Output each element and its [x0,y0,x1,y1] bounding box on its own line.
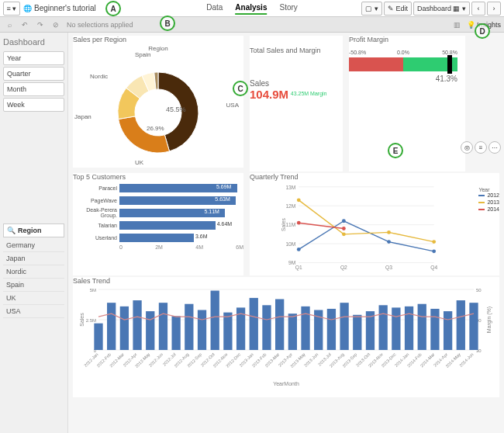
app-title: 🌐 Beginner's tutorial [23,4,96,12]
svg-point-21 [387,230,391,234]
svg-rect-46 [223,313,232,350]
kpi-sales-label: Sales [250,79,343,88]
lbl-usa: USA [226,102,239,109]
svg-point-20 [342,232,346,236]
profit-value: 41.3% [349,74,457,83]
smart-search-icon[interactable]: ⌕ [3,19,16,31]
svg-rect-48 [250,298,258,350]
tab-analysis[interactable]: Analysis [235,3,267,15]
explore-icon[interactable]: ≡ [475,141,487,154]
bookmarks-button[interactable]: ▢ ▾ [361,2,382,16]
svg-rect-64 [457,300,465,350]
lbl-nordic: Nordic [90,73,108,80]
svg-point-18 [432,249,436,253]
svg-rect-39 [133,300,141,350]
svg-text:13M: 13M [285,185,295,190]
step-back-icon[interactable]: ↶ [19,19,31,31]
pct-usa: 45.5% [166,106,186,113]
tab-data[interactable]: Data [206,3,223,15]
kpi-title: Total Sales and Margin [250,47,343,54]
svg-rect-49 [262,305,271,350]
filter-week[interactable]: Week [3,98,64,112]
region-spain[interactable]: Spain [3,279,64,292]
legend-title: Region [73,45,243,52]
svg-text:10M: 10M [285,241,295,247]
region-uk[interactable]: UK [3,292,64,305]
region-nordic[interactable]: Nordic [3,265,64,279]
callout-d: D [475,23,490,39]
svg-text:2013-Jun: 2013-Jun [303,352,319,367]
prev-sheet-button[interactable]: ‹ [471,2,485,16]
region-filter-header[interactable]: 🔍 Region [3,223,64,237]
chart-profit-margin[interactable]: Profit Margin -50.8% 0.0% 50.8% 41.3% ◎ … [349,36,465,171]
svg-rect-61 [418,304,426,350]
svg-rect-38 [120,307,129,350]
svg-point-22 [432,240,436,244]
svg-rect-52 [301,307,309,350]
svg-rect-54 [327,309,336,350]
svg-rect-40 [146,311,154,350]
callout-a: A [105,1,121,16]
kpi-margin-value: 43.25M Margin [291,91,327,96]
svg-rect-45 [211,291,219,350]
more-icon[interactable]: ⋯ [488,141,501,154]
svg-text:Sales: Sales [79,313,85,327]
svg-rect-41 [159,303,167,350]
chart-quarterly-trend[interactable]: Quarterly Trend 9M10M11M12M13MQ1Q2Q3Q4Sa… [250,173,499,275]
chart-top5-customers[interactable]: Top 5 Customers Paracel 5.69MPageWave 5.… [73,173,243,275]
region-germany[interactable]: Germany [3,239,64,252]
top5-name: Deak-Perera Group. [73,207,119,218]
filter-month[interactable]: Month [3,82,64,96]
profit-bar: -50.8% 0.0% 50.8% [349,57,457,71]
svg-text:Margin (%): Margin (%) [486,307,492,333]
svg-rect-58 [379,305,388,350]
svg-text:5M: 5M [90,288,96,293]
sales-trend-title: Sales Trend [73,277,499,285]
svg-rect-56 [353,315,361,350]
svg-text:2.5M: 2.5M [86,318,96,323]
svg-text:11M: 11M [285,223,295,228]
next-sheet-button[interactable]: › [487,2,501,16]
chart-title: Sales per Region [73,36,243,43]
snapshot-icon[interactable]: ◎ [461,141,473,154]
tab-story[interactable]: Story [279,3,297,15]
search-icon: 🔍 [7,227,16,234]
svg-point-19 [297,198,301,202]
sheet-selector[interactable]: Dashboard ▦ ▾ [413,2,470,16]
quarterly-title: Quarterly Trend [250,173,499,181]
svg-rect-65 [469,303,478,350]
filter-year[interactable]: Year [3,51,64,65]
svg-point-17 [387,240,391,244]
sheet-title: Dashboard [3,37,64,47]
clear-selections-icon[interactable]: ⊘ [50,19,62,31]
top5-name: PageWave [73,198,119,203]
svg-rect-60 [405,307,413,350]
kpi-total-sales[interactable]: Total Sales and Margin Sales 104.9M 43.2… [250,36,343,171]
top5-name: Userland [73,235,119,241]
lbl-japan: Japan [74,113,91,120]
svg-rect-51 [288,313,297,350]
filter-quarter[interactable]: Quarter [3,67,64,81]
region-japan[interactable]: Japan [3,252,64,265]
kpi-sales-value: 104.9M [250,88,288,101]
callout-b: B [160,16,175,31]
svg-text:2012-Jun: 2012-Jun [148,352,164,367]
step-fwd-icon[interactable]: ↷ [34,19,47,31]
region-usa[interactable]: USA [3,305,64,318]
lbl-uk: UK [135,159,143,166]
svg-point-24 [342,227,346,230]
svg-rect-36 [94,324,102,350]
no-selections-text: No selections applied [67,21,133,29]
edit-button[interactable]: ✎ Edit [384,2,412,16]
chart-sales-per-region[interactable]: Sales per Region Region 45.5% 26.9% USA … [73,36,243,168]
globe-icon: 🌐 [23,5,32,12]
svg-point-16 [342,219,346,223]
selections-tool-icon[interactable]: ▥ [451,19,464,31]
hamburger-menu[interactable]: ≡ ▾ [3,2,20,16]
chart-sales-trend[interactable]: Sales Trend 02.5M5M304050SalesMargin (%)… [73,277,499,397]
svg-rect-44 [198,310,206,350]
callout-e: E [388,143,403,158]
svg-text:Q4: Q4 [430,265,437,271]
svg-text:12M: 12M [285,203,295,209]
svg-text:Q2: Q2 [340,265,347,271]
